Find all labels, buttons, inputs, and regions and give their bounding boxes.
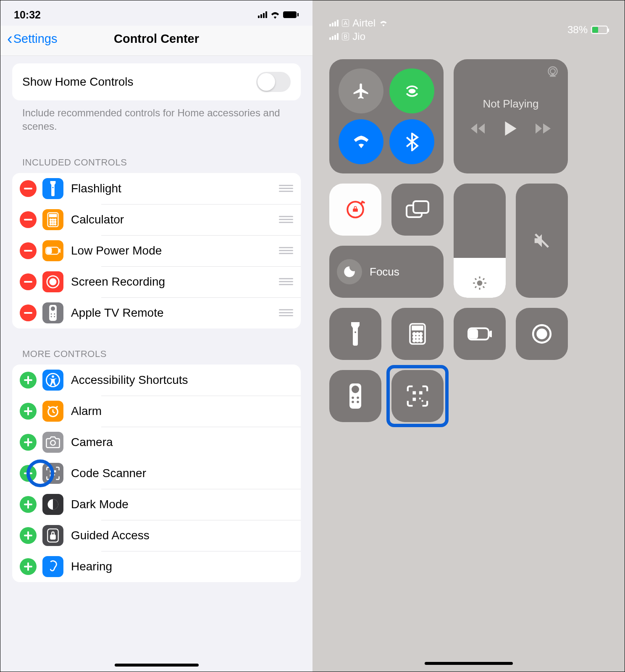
hearing-icon bbox=[42, 556, 63, 577]
home-controls-card: Show Home Controls bbox=[12, 63, 301, 100]
flashlight-icon bbox=[42, 178, 63, 199]
svg-point-55 bbox=[411, 90, 413, 92]
included-controls-list: FlashlightCalculatorLow Power ModeScreen… bbox=[12, 173, 301, 328]
calculator-button[interactable] bbox=[391, 308, 444, 360]
drag-handle[interactable] bbox=[279, 309, 293, 316]
svg-rect-19 bbox=[47, 248, 52, 253]
control-label: Apple TV Remote bbox=[71, 306, 279, 320]
add-button[interactable] bbox=[20, 434, 37, 451]
airplay-icon bbox=[546, 66, 559, 78]
settings-screen: 10:32 ‹ Settings Control Center Show Hom… bbox=[0, 0, 312, 672]
svg-point-3 bbox=[52, 187, 53, 188]
add-button[interactable] bbox=[20, 527, 37, 544]
back-chevron-icon[interactable]: ‹ bbox=[7, 30, 13, 48]
svg-rect-45 bbox=[54, 474, 55, 475]
screen-recording-button[interactable] bbox=[516, 308, 568, 360]
focus-label: Focus bbox=[370, 265, 399, 278]
svg-point-65 bbox=[416, 333, 418, 335]
wifi-button[interactable] bbox=[339, 119, 383, 164]
svg-point-70 bbox=[413, 339, 415, 341]
home-controls-caption: Include recommended controls for Home ac… bbox=[0, 100, 312, 137]
add-button[interactable] bbox=[20, 558, 37, 575]
svg-point-81 bbox=[357, 396, 359, 399]
remove-button[interactable] bbox=[20, 304, 37, 321]
battery-icon bbox=[591, 26, 608, 34]
connectivity-tile[interactable] bbox=[329, 59, 444, 173]
home-indicator[interactable] bbox=[425, 662, 513, 665]
orientation-lock-button[interactable] bbox=[329, 184, 381, 236]
svg-rect-50 bbox=[24, 535, 32, 536]
control-label: Guided Access bbox=[71, 529, 293, 542]
media-tile[interactable]: Not Playing bbox=[454, 59, 568, 173]
svg-rect-31 bbox=[24, 379, 32, 381]
drag-handle[interactable] bbox=[279, 247, 293, 254]
control-row-calculator: Calculator bbox=[12, 204, 301, 235]
control-label: Flashlight bbox=[71, 182, 279, 195]
home-indicator[interactable] bbox=[115, 664, 199, 667]
drag-handle[interactable] bbox=[279, 278, 293, 285]
svg-rect-85 bbox=[419, 391, 423, 394]
svg-rect-44 bbox=[50, 474, 52, 476]
code-scanner-button[interactable] bbox=[391, 370, 444, 422]
svg-point-25 bbox=[51, 307, 55, 311]
dark-icon bbox=[42, 494, 63, 515]
remove-button[interactable] bbox=[20, 211, 37, 228]
airplane-mode-button[interactable] bbox=[339, 68, 383, 113]
control-row-dark-mode: Dark Mode bbox=[12, 489, 301, 520]
cellular-data-button[interactable] bbox=[389, 68, 434, 113]
add-button[interactable] bbox=[20, 496, 37, 513]
flashlight-button[interactable] bbox=[329, 308, 381, 360]
control-row-alarm: Alarm bbox=[12, 396, 301, 427]
calculator-icon bbox=[42, 209, 63, 230]
add-button[interactable] bbox=[20, 403, 37, 420]
svg-rect-41 bbox=[24, 472, 32, 474]
next-track-button[interactable] bbox=[536, 123, 551, 134]
svg-point-12 bbox=[55, 221, 56, 223]
record-icon bbox=[42, 271, 63, 292]
apple-tv-remote-button[interactable] bbox=[329, 370, 381, 422]
focus-button[interactable]: Focus bbox=[329, 246, 444, 298]
volume-slider[interactable] bbox=[516, 184, 568, 298]
remove-button[interactable] bbox=[20, 273, 37, 290]
svg-point-72 bbox=[420, 339, 422, 341]
control-label: Calculator bbox=[71, 213, 279, 226]
home-controls-toggle[interactable] bbox=[256, 72, 291, 92]
add-button[interactable] bbox=[20, 372, 37, 388]
svg-rect-63 bbox=[412, 326, 423, 330]
svg-point-64 bbox=[413, 333, 415, 335]
screen-mirroring-button[interactable] bbox=[391, 184, 444, 236]
control-row-accessibility-shortcuts: Accessibility Shortcuts bbox=[12, 365, 301, 396]
svg-point-68 bbox=[416, 336, 418, 338]
svg-point-33 bbox=[52, 375, 54, 378]
svg-point-29 bbox=[54, 316, 55, 317]
home-controls-label: Show Home Controls bbox=[22, 75, 134, 89]
svg-point-39 bbox=[50, 441, 55, 445]
back-button[interactable]: Settings bbox=[13, 32, 58, 46]
drag-handle[interactable] bbox=[279, 216, 293, 223]
svg-point-83 bbox=[357, 401, 359, 403]
bluetooth-button[interactable] bbox=[389, 119, 434, 164]
svg-rect-38 bbox=[24, 441, 32, 443]
control-row-camera: Camera bbox=[12, 427, 301, 458]
low-power-mode-button[interactable] bbox=[454, 308, 506, 360]
svg-rect-60 bbox=[413, 201, 428, 213]
remove-button[interactable] bbox=[20, 242, 37, 259]
svg-rect-47 bbox=[24, 504, 32, 505]
svg-point-28 bbox=[51, 316, 52, 317]
add-button[interactable] bbox=[20, 465, 37, 482]
alarm-icon bbox=[42, 401, 63, 422]
control-center-screen: A Airtel B Jio 38% bbox=[312, 0, 625, 672]
carrier-2: B Jio bbox=[329, 31, 388, 42]
control-label: Accessibility Shortcuts bbox=[71, 373, 293, 387]
svg-point-22 bbox=[50, 279, 56, 285]
svg-rect-20 bbox=[24, 281, 32, 283]
play-button[interactable] bbox=[504, 121, 517, 136]
svg-point-15 bbox=[55, 223, 56, 225]
svg-point-69 bbox=[420, 336, 422, 338]
brightness-slider[interactable] bbox=[454, 184, 506, 298]
svg-rect-84 bbox=[412, 391, 416, 394]
prev-track-button[interactable] bbox=[471, 123, 486, 134]
drag-handle[interactable] bbox=[279, 185, 293, 192]
remove-button[interactable] bbox=[20, 180, 37, 197]
svg-point-14 bbox=[52, 223, 53, 225]
